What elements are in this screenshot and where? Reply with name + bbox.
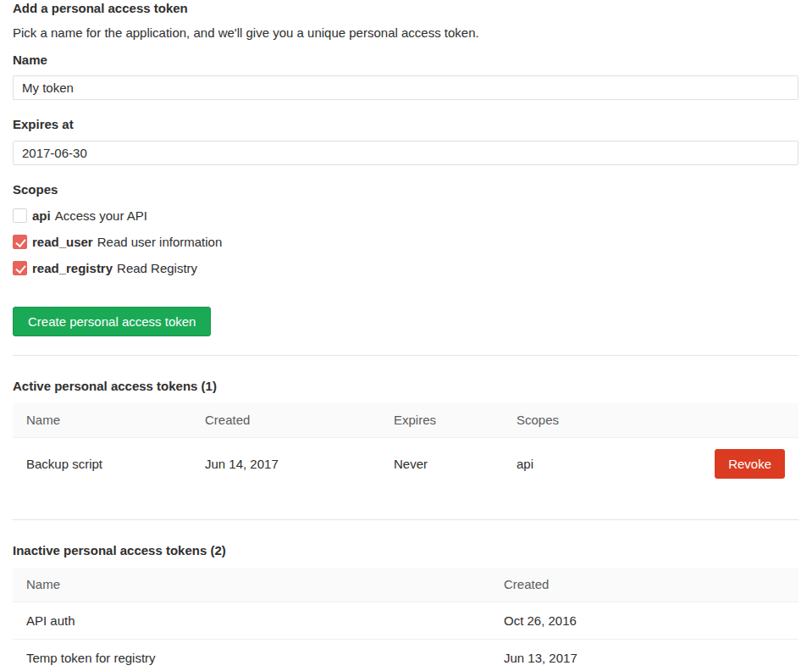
personal-access-tokens-page: Add a personal access token Pick a name …: [0, 0, 812, 671]
revoke-button[interactable]: Revoke: [715, 449, 785, 479]
token-created-cell: Oct 26, 2016: [504, 602, 798, 640]
token-name-cell: API auth: [13, 602, 504, 640]
table-row: Temp token for registry Jun 13, 2017: [13, 640, 798, 671]
column-header-scopes: Scopes: [516, 403, 699, 438]
expires-at-input[interactable]: [13, 141, 798, 165]
section-divider: [13, 519, 798, 520]
inactive-tokens-table: Name Created API auth Oct 26, 2016 Temp …: [13, 568, 798, 671]
token-name-cell: Temp token for registry: [13, 640, 504, 671]
page-description: Pick a name for the application, and we'…: [13, 26, 798, 40]
scope-row-read-user[interactable]: read_user Read user information: [13, 235, 798, 249]
token-expires-cell: Never: [394, 438, 516, 491]
scopes-field-label: Scopes: [13, 183, 798, 197]
table-header-row: Name Created Expires Scopes: [13, 403, 798, 438]
expires-field-label: Expires at: [13, 118, 798, 131]
token-name-input[interactable]: [13, 75, 798, 100]
api-scope-checkbox[interactable]: [13, 208, 27, 223]
token-created-cell: Jun 14, 2017: [205, 438, 394, 491]
read-registry-scope-checkbox[interactable]: [13, 261, 27, 275]
token-name-cell: Backup script: [13, 438, 205, 491]
token-actions-cell: Revoke: [699, 438, 798, 491]
table-header-row: Name Created: [13, 568, 798, 602]
scope-description: Access your API: [55, 208, 147, 223]
scope-row-api[interactable]: api Access your API: [13, 208, 798, 223]
column-header-created: Created: [205, 403, 394, 438]
name-field-label: Name: [13, 53, 798, 67]
column-header-name: Name: [13, 568, 504, 602]
scope-name: api: [32, 208, 51, 223]
scope-description: Read Registry: [117, 261, 197, 275]
scope-name: read_user: [32, 235, 93, 249]
table-row: Backup script Jun 14, 2017 Never api Rev…: [13, 438, 798, 491]
scope-description: Read user information: [97, 235, 223, 249]
scopes-list: api Access your API read_user Read user …: [13, 208, 798, 275]
active-tokens-heading: Active personal access tokens (1): [13, 379, 798, 393]
page-title: Add a personal access token: [13, 1, 798, 15]
section-divider: [13, 355, 798, 356]
create-token-button[interactable]: Create personal access token: [13, 307, 211, 336]
table-row: API auth Oct 26, 2016: [13, 602, 798, 640]
token-scopes-cell: api: [516, 438, 699, 491]
inactive-tokens-heading: Inactive personal access tokens (2): [13, 543, 798, 557]
column-header-actions: [699, 403, 798, 438]
column-header-expires: Expires: [394, 403, 516, 438]
token-created-cell: Jun 13, 2017: [504, 640, 798, 671]
column-header-name: Name: [13, 403, 205, 438]
scope-row-read-registry[interactable]: read_registry Read Registry: [13, 261, 798, 275]
scope-name: read_registry: [32, 261, 113, 275]
column-header-created: Created: [504, 568, 798, 602]
read-user-scope-checkbox[interactable]: [13, 235, 27, 249]
active-tokens-table: Name Created Expires Scopes Backup scrip…: [13, 403, 798, 490]
